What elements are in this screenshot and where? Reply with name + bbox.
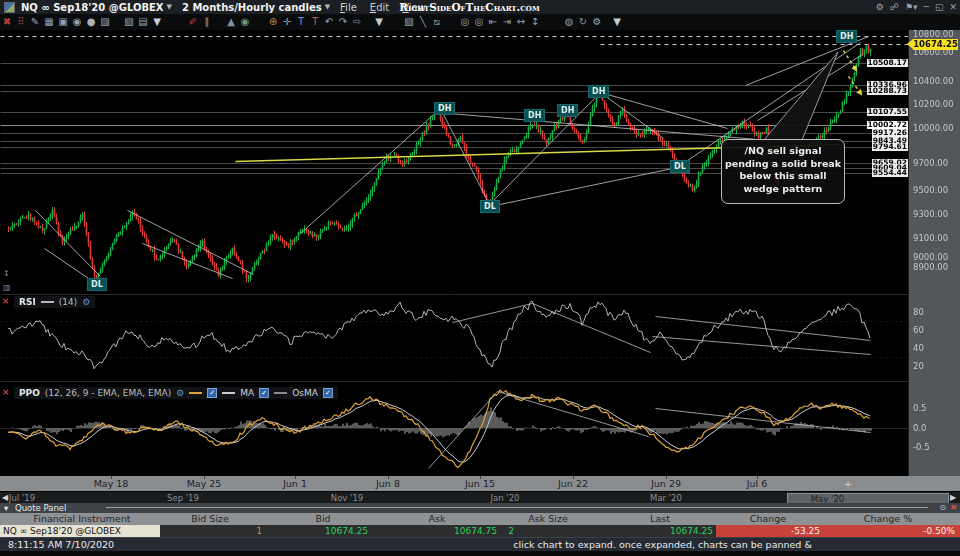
minimize-icon[interactable]: ─: [924, 2, 929, 12]
toolbar-image-2-icon[interactable]: ▧: [122, 14, 136, 30]
toolbar-scale-right-icon[interactable]: ⇥: [500, 14, 514, 30]
quote-close-icon[interactable]: ✖: [950, 503, 957, 513]
column-header-financial-instrument[interactable]: Financial Instrument: [34, 513, 131, 525]
ppo-params: (12, 26, 9 - EMA, EMA, EMA): [45, 388, 171, 398]
rsi-close-icon[interactable]: ×: [2, 296, 10, 306]
gear-icon[interactable]: ⚙: [876, 2, 884, 12]
scroll-left-icon[interactable]: ◀: [2, 493, 8, 503]
menu-file[interactable]: File: [340, 2, 357, 13]
toolbar-scale-vertical-icon[interactable]: ↕: [528, 14, 542, 30]
quote-panel-row[interactable]: NQ ∞ Sep18'20 @GLOBEX 110674.2510674.752…: [0, 525, 960, 537]
ppo-checkbox[interactable]: ✓: [207, 388, 217, 398]
toolbar-settings-dropdown-icon[interactable]: ▼: [610, 14, 624, 30]
toolbar-globe-2-icon[interactable]: ◍: [562, 14, 576, 30]
toolbar-grid-icon[interactable]: ▦: [42, 14, 56, 30]
title-bar: NQ ∞ Sep18'20 @GLOBEX ▼ 2 Months/Hourly …: [0, 0, 960, 14]
timeframe-selector[interactable]: 2 Months/Hourly candles: [182, 2, 322, 13]
toolbar-zoom-in-icon[interactable]: ◎: [458, 14, 472, 30]
pan-tool-icon[interactable]: ↕: [3, 270, 10, 278]
price-axis-label: 9100.00: [913, 233, 948, 243]
date-tick: [757, 476, 758, 479]
toolbar-undo-icon[interactable]: ↶: [322, 14, 336, 30]
toolbar-image-icon[interactable]: ▨: [98, 14, 112, 30]
quote-panel-collapse-icon[interactable]: ▾: [4, 503, 8, 513]
symbol-selector[interactable]: NQ ∞ Sep18'20 @GLOBEX: [21, 2, 164, 13]
date-label: Jun 29: [651, 478, 681, 489]
scroll-right-icon[interactable]: ▶: [950, 493, 956, 503]
scrollbar-thumb-label: May '20: [800, 494, 855, 504]
toolbar-record-icon[interactable]: ●: [84, 14, 98, 30]
ppo-settings-icon[interactable]: ⚙: [176, 388, 184, 398]
date-axis[interactable]: May 18May 25Jun 1Jun 8Jun 15Jun 22Jun 29…: [0, 476, 960, 491]
link-icon[interactable]: ☍: [890, 2, 899, 12]
ppo-axis-label: 0.5: [913, 403, 927, 413]
toolbar-forward-icon[interactable]: ⇨: [350, 14, 364, 30]
toolbar-globe-icon[interactable]: ◉: [238, 14, 252, 30]
price-axis-label: 10200.00: [913, 99, 954, 109]
price-axis-label: 9300.00: [913, 209, 948, 219]
annotation-note[interactable]: /NQ sell signalpending a solid breakbelo…: [721, 139, 845, 204]
date-label: May 25: [187, 478, 222, 489]
toolbar-scale-left-icon[interactable]: ⇤: [486, 14, 500, 30]
dh-tag: DH: [557, 104, 578, 117]
ma-checkbox[interactable]: ✓: [259, 388, 269, 398]
close-icon[interactable]: ✕: [949, 2, 957, 12]
toolbar-dock-grid-icon[interactable]: ⠿: [14, 14, 28, 30]
toolbar-pointer-tool-icon[interactable]: ✎: [28, 14, 42, 30]
status-bar: 8:11:15 AM 7/10/2020 click chart to expa…: [0, 537, 960, 552]
quote-cell: 10674.75: [454, 525, 497, 537]
toolbar-text-note-icon[interactable]: T: [308, 14, 322, 30]
toolbar-layout-icon[interactable]: ▤: [136, 14, 150, 30]
latest-bar-marker: +: [844, 478, 852, 489]
maximize-icon[interactable]: ◱: [935, 2, 944, 12]
toolbar-refresh-icon[interactable]: ↻: [576, 14, 590, 30]
ppo-close-icon[interactable]: ×: [2, 387, 10, 397]
toolbar-tools-dropdown-icon[interactable]: ▼: [372, 14, 386, 30]
date-label: May 18: [94, 478, 129, 489]
trading-app-window: NQ ∞ Sep18'20 @GLOBEX ▼ 2 Months/Hourly …: [0, 0, 960, 556]
column-header-bid-size[interactable]: Bid Size: [191, 513, 229, 525]
window-controls: ⚙☍⚑▾─◱✕: [876, 0, 957, 14]
price-axis-label: 8900.00: [913, 262, 948, 272]
toolbar-print-icon[interactable]: ▣: [56, 14, 70, 30]
dl-tag: DL: [480, 200, 500, 213]
toolbar-snapshot-icon[interactable]: ◉: [70, 14, 84, 30]
pin-icon[interactable]: ⚑▾: [905, 2, 918, 12]
toolbar-layout-dropdown-icon[interactable]: ▼: [150, 14, 164, 30]
column-header-ask[interactable]: Ask: [429, 513, 446, 525]
price-axis-label: 10000.00: [913, 123, 954, 133]
indicator-tool-icon[interactable]: ▥: [3, 284, 11, 292]
instrument-cell[interactable]: NQ ∞ Sep18'20 @GLOBEX: [0, 525, 160, 537]
toolbar-volume-bars-icon[interactable]: ∥: [200, 14, 214, 30]
toolbar-close-icon[interactable]: ✖: [0, 14, 14, 30]
toolbar-scale-horizontal-icon[interactable]: ↔: [514, 14, 528, 30]
toolbar-trendline-tool-icon[interactable]: ╲: [416, 14, 430, 30]
toolbar-crosshair-icon[interactable]: ⊕: [266, 14, 280, 30]
rsi-settings-icon[interactable]: ⚙: [82, 297, 90, 307]
timeframe-dropdown-icon[interactable]: ▼: [325, 3, 330, 11]
toolbar-zoom-out-icon[interactable]: ◎: [472, 14, 486, 30]
toolbar-redo-icon[interactable]: ↷: [336, 14, 350, 30]
drag-icon[interactable]: ⊙: [940, 503, 947, 513]
symbol-dropdown-icon[interactable]: ▼: [167, 3, 172, 11]
column-header-last[interactable]: Last: [650, 513, 670, 525]
column-header-change[interactable]: Change: [750, 513, 786, 525]
toolbar-cursor-tool-icon[interactable]: ✛: [280, 14, 294, 30]
chart-canvas[interactable]: [0, 0, 960, 556]
dh-tag: DH: [434, 102, 455, 115]
column-header-ask-size[interactable]: Ask Size: [528, 513, 567, 525]
toolbar-text-tool-icon[interactable]: T: [294, 14, 308, 30]
column-header-bid[interactable]: Bid: [315, 513, 330, 525]
column-header-change-[interactable]: Change %: [864, 513, 912, 525]
quote-cell: -53.25: [791, 525, 820, 537]
rsi-axis-label: 60: [913, 325, 924, 335]
toolbar-eraser-icon[interactable]: ▧: [402, 14, 416, 30]
toolbar-marker-tool-icon[interactable]: ✐: [186, 14, 200, 30]
osma-checkbox[interactable]: ✓: [323, 388, 333, 398]
toolbar-settings-wrench-icon[interactable]: ⚙: [590, 14, 604, 30]
ppo-axis-label: 0.0: [913, 423, 927, 433]
toolbar-area-chart-icon[interactable]: ▲: [224, 14, 238, 30]
rsi-label: RSI: [19, 297, 36, 307]
ma-line-sample: [222, 392, 235, 394]
toolbar-multi-trendline-icon[interactable]: ⧅: [430, 14, 444, 30]
